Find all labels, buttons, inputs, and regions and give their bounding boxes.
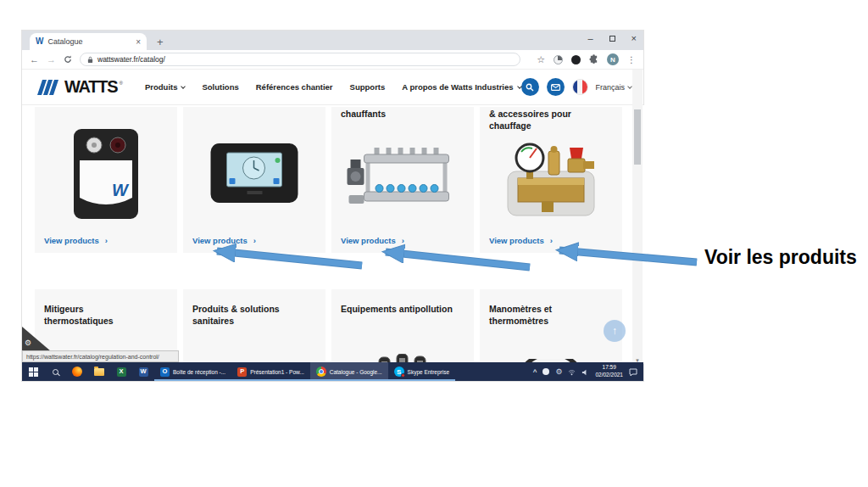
search-icon <box>526 83 534 92</box>
language-selector[interactable]: Français <box>596 83 632 92</box>
taskbar-skype-button[interactable]: S Skype Entreprise <box>388 362 456 381</box>
powerpoint-icon: P <box>237 367 247 377</box>
skype-icon: S <box>394 367 404 377</box>
word-icon: W <box>139 367 148 377</box>
menu-item-references[interactable]: Références chantier <box>256 82 333 92</box>
view-products-link[interactable]: View products› <box>489 236 553 245</box>
product-card-regulation[interactable]: W View products› <box>35 107 177 253</box>
extensions-puzzle-icon[interactable] <box>589 52 598 67</box>
chevron-right-icon: › <box>550 236 553 245</box>
annotation-text: Voir les produits <box>704 246 857 269</box>
product-card-thermostat[interactable]: View products› <box>183 107 326 253</box>
start-button[interactable] <box>22 362 44 381</box>
product-image-regulation: W <box>73 128 139 221</box>
status-bar-link: https://wattswater.fr/catalog/regulation… <box>22 350 179 362</box>
up-arrow-icon: ↑ <box>612 325 617 337</box>
product-card-accessoires-chauffage[interactable]: & accessoires pour chauffage Vi <box>480 107 622 253</box>
watts-favicon-icon: W <box>36 37 43 46</box>
back-to-top-button[interactable]: ↑ <box>604 320 626 342</box>
extension-globe-icon[interactable] <box>554 55 563 64</box>
firefox-icon <box>72 367 82 377</box>
product-card-sanitaires[interactable]: Produits & solutions sanitaires <box>183 289 326 364</box>
card-title: Equipements antipollution <box>331 289 474 316</box>
back-button[interactable]: ← <box>30 55 39 64</box>
extension-dark-icon[interactable] <box>571 55 581 64</box>
clock-date: 02/02/2021 <box>595 372 623 379</box>
speaker-icon[interactable] <box>581 364 589 379</box>
taskbar-powerpoint-button[interactable]: P Présentation1 - Pow... <box>231 362 310 381</box>
watts-logo-mark <box>37 80 63 95</box>
toolbar-icons: ☆ N ⋮ <box>537 52 636 67</box>
view-products-link[interactable]: View products› <box>192 236 256 245</box>
close-button[interactable]: × <box>632 33 637 43</box>
view-products-link[interactable]: View products› <box>44 236 108 245</box>
watts-logo[interactable]: WATTS ® <box>37 77 123 97</box>
reload-button[interactable] <box>64 52 72 67</box>
search-icon <box>53 369 58 375</box>
page-scrollbar[interactable]: ▼ <box>632 70 643 364</box>
site-nav-icons: Français <box>521 78 632 96</box>
card-title: Manomètres et thermomètres <box>480 289 622 327</box>
taskbar-app-label: Catalogue - Google... <box>330 369 382 375</box>
window-controls: – × <box>587 33 637 43</box>
excel-icon: X <box>117 367 126 377</box>
card-title: Mitigeurs thermostatiques <box>35 289 177 327</box>
french-flag-icon[interactable] <box>572 79 588 95</box>
browser-tab-bar: W Catalogue × + – × <box>22 31 643 50</box>
chevron-right-icon: › <box>402 236 404 245</box>
taskbar-firefox-button[interactable] <box>66 362 88 381</box>
minimize-button[interactable]: – <box>587 33 593 43</box>
menu-item-supports[interactable]: Supports <box>350 82 386 92</box>
browser-tab[interactable]: W Catalogue × <box>30 33 147 50</box>
svg-text:W: W <box>112 181 130 199</box>
product-image-manifold <box>346 148 460 220</box>
product-card-manometres[interactable]: Manomètres et thermomètres <box>480 289 622 364</box>
mail-icon <box>551 84 560 91</box>
action-center-icon[interactable] <box>629 364 637 379</box>
menu-item-apropos[interactable]: A propos de Watts Industries <box>402 82 520 92</box>
taskbar-search-button[interactable] <box>44 362 66 381</box>
search-button[interactable] <box>521 78 539 96</box>
taskbar-clock[interactable]: 17:59 02/02/2021 <box>595 364 623 379</box>
wifi-icon[interactable] <box>568 364 576 379</box>
view-products-link[interactable]: View products› <box>341 236 404 245</box>
settings-gear-icon[interactable]: ⚙ <box>555 368 562 376</box>
maximize-button[interactable] <box>609 36 615 42</box>
chrome-icon <box>316 367 326 377</box>
clock-time: 17:59 <box>595 364 623 372</box>
taskbar-app-label: Présentation1 - Pow... <box>250 369 304 375</box>
profile-avatar[interactable]: N <box>607 53 619 65</box>
skype-status-dot <box>401 373 405 378</box>
tab-close-icon[interactable]: × <box>136 37 141 47</box>
new-tab-button[interactable]: + <box>157 36 164 48</box>
chevron-right-icon: › <box>105 236 108 245</box>
tray-expand-icon[interactable]: ^ <box>533 368 537 376</box>
slide-canvas: W Catalogue × + – × ← → wattswater.fr <box>0 0 868 487</box>
browser-window: W Catalogue × + – × ← → wattswater.fr <box>21 30 644 382</box>
onedrive-icon[interactable] <box>542 368 549 375</box>
product-card-antipollution[interactable]: Equipements antipollution <box>331 289 474 364</box>
taskbar-outlook-button[interactable]: O Boîte de réception -... <box>154 362 231 381</box>
forward-button[interactable]: → <box>47 55 56 64</box>
lock-icon <box>87 52 93 67</box>
menu-item-produits[interactable]: Produits <box>145 82 186 92</box>
chevron-down-icon <box>181 84 186 89</box>
contact-mail-button[interactable] <box>547 78 565 96</box>
menu-item-solutions[interactable]: Solutions <box>202 82 238 92</box>
card-title: chauffants <box>331 107 474 120</box>
windows-logo-icon <box>29 367 38 377</box>
card-title <box>183 107 326 109</box>
taskbar-app-label: Skype Entreprise <box>408 369 450 375</box>
bookmark-star-icon[interactable]: ☆ <box>537 54 545 65</box>
taskbar-app-label: Boîte de réception -... <box>173 369 225 375</box>
taskbar-explorer-button[interactable] <box>88 362 110 381</box>
taskbar-chrome-button[interactable]: Catalogue - Google... <box>310 362 388 381</box>
scrollbar-thumb[interactable] <box>634 109 641 165</box>
address-bar[interactable]: wattswater.fr/catalog/ <box>80 53 520 66</box>
chevron-right-icon: › <box>253 236 256 245</box>
outlook-icon: O <box>160 367 170 377</box>
product-card-planchers-chauffants[interactable]: chauffants View products› <box>331 107 474 253</box>
taskbar-excel-button[interactable]: X <box>110 362 132 381</box>
taskbar-word-button[interactable]: W <box>132 362 154 381</box>
browser-menu-icon[interactable]: ⋮ <box>627 55 636 64</box>
